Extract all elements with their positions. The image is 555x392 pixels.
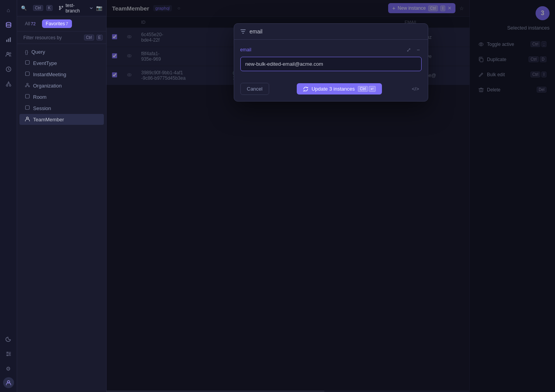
email-field-input[interactable] bbox=[240, 57, 422, 71]
update-kbd-enter: ↵ bbox=[369, 86, 376, 92]
code-button[interactable]: </> bbox=[410, 84, 422, 94]
teammember-icon bbox=[25, 116, 30, 122]
svg-point-27 bbox=[26, 117, 28, 119]
tab-favorites[interactable]: Favorites7 bbox=[42, 19, 72, 28]
nav-item-label: Query bbox=[32, 49, 45, 55]
update-button[interactable]: Update 3 instances Ctrl ↵ bbox=[297, 83, 382, 94]
nav-item-teammember[interactable]: TeamMember bbox=[19, 114, 104, 125]
home-icon[interactable]: ⌂ bbox=[2, 4, 15, 16]
svg-point-16 bbox=[60, 6, 61, 7]
sidebar-icon-panel: ⌂ bbox=[0, 0, 17, 392]
people-icon[interactable] bbox=[2, 48, 15, 61]
update-label: Update 3 instances bbox=[312, 86, 355, 92]
modal-search-input[interactable] bbox=[250, 28, 422, 35]
nav-item-label: Room bbox=[33, 94, 47, 100]
svg-point-5 bbox=[9, 52, 11, 54]
nav-item-eventtype[interactable]: EventType bbox=[19, 58, 104, 68]
nav-item-instantmeeting[interactable]: InstantMeeting bbox=[19, 69, 104, 80]
nav-item-organization[interactable]: Organization bbox=[19, 80, 104, 91]
instantmeeting-icon bbox=[25, 71, 30, 77]
nav-tabs: All72 Favorites7 bbox=[17, 16, 106, 32]
main-content: TeamMember graphql ○ + New instance Ctrl… bbox=[107, 0, 555, 392]
svg-point-24 bbox=[28, 86, 30, 87]
branch-selector[interactable]: test-branch bbox=[59, 3, 93, 14]
query-icon: {} bbox=[25, 49, 28, 55]
modal-body: email ⤢ − bbox=[234, 40, 428, 83]
svg-point-23 bbox=[25, 86, 26, 87]
update-kbd-combo: Ctrl ↵ bbox=[358, 86, 376, 92]
svg-rect-2 bbox=[8, 38, 9, 42]
nav-item-label: InstantMeeting bbox=[33, 72, 66, 77]
svg-rect-21 bbox=[26, 72, 30, 76]
filter-kbd-key: E bbox=[96, 35, 103, 40]
nav-items: {} Query EventType InstantMeeting bbox=[17, 44, 106, 392]
svg-point-18 bbox=[60, 9, 61, 10]
eventtype-icon bbox=[25, 60, 30, 66]
nav-item-label: TeamMember bbox=[33, 117, 64, 122]
activity-icon[interactable] bbox=[2, 63, 15, 75]
cancel-button[interactable]: Cancel bbox=[240, 83, 269, 95]
organization-icon bbox=[25, 82, 30, 89]
night-mode-icon[interactable] bbox=[2, 333, 15, 345]
search-kbd-ctrl: Ctrl bbox=[33, 5, 43, 11]
svg-point-0 bbox=[6, 23, 11, 24]
nav-item-label: Organization bbox=[33, 83, 62, 89]
svg-point-4 bbox=[7, 52, 9, 54]
field-actions: ⤢ − bbox=[405, 46, 421, 54]
chevron-down-icon bbox=[89, 6, 93, 10]
session-icon bbox=[25, 105, 30, 111]
modal-search-bar bbox=[234, 24, 428, 40]
git-branch-icon bbox=[59, 5, 63, 10]
search-icon-topbar: 🔍 bbox=[21, 5, 27, 11]
nav-item-label: EventType bbox=[33, 60, 57, 66]
filter-bar: Ctrl E bbox=[17, 32, 106, 44]
field-label-text: email bbox=[240, 47, 252, 52]
svg-point-17 bbox=[62, 6, 63, 7]
field-label: email ⤢ − bbox=[240, 46, 422, 54]
svg-point-22 bbox=[27, 83, 28, 85]
settings-icon[interactable]: ⚙ bbox=[2, 362, 15, 375]
svg-point-8 bbox=[9, 85, 11, 86]
modal-footer: Cancel Update 3 instances Ctrl ↵ </> bbox=[234, 83, 428, 101]
chart-icon[interactable] bbox=[2, 33, 15, 46]
filter-kbd-ctrl: Ctrl bbox=[84, 35, 94, 40]
svg-rect-25 bbox=[26, 94, 30, 98]
camera-icon[interactable]: 📷 bbox=[96, 5, 102, 11]
svg-point-7 bbox=[6, 85, 8, 86]
database-icon[interactable] bbox=[2, 19, 15, 31]
svg-rect-1 bbox=[6, 40, 7, 42]
modal-overlay[interactable]: email ⤢ − Cancel Update 3 bbox=[107, 0, 555, 392]
modal-filter-icon bbox=[240, 29, 246, 34]
bulk-edit-modal: email ⤢ − Cancel Update 3 bbox=[234, 23, 428, 102]
svg-rect-3 bbox=[10, 37, 11, 42]
tab-all[interactable]: All72 bbox=[21, 19, 40, 28]
update-icon bbox=[303, 86, 308, 92]
nav-item-room[interactable]: Room bbox=[19, 91, 104, 102]
deploy-icon[interactable] bbox=[2, 78, 15, 90]
user-avatar[interactable] bbox=[3, 377, 14, 388]
svg-rect-20 bbox=[26, 61, 30, 65]
branch-name: test-branch bbox=[65, 3, 87, 14]
room-icon bbox=[25, 94, 30, 100]
filter-input[interactable] bbox=[23, 35, 82, 40]
expand-button[interactable]: ⤢ bbox=[405, 46, 413, 54]
search-kbd-k: K bbox=[46, 5, 53, 11]
nav-item-query[interactable]: {} Query bbox=[19, 47, 104, 57]
filter-icon[interactable] bbox=[2, 348, 15, 360]
nav-panel: 🔍 @livestorm/api-gateways-graphql Ctrl K… bbox=[17, 0, 107, 392]
svg-rect-26 bbox=[26, 106, 30, 110]
nav-item-label: Session bbox=[33, 105, 51, 111]
minus-button[interactable]: − bbox=[415, 46, 421, 54]
nav-item-session[interactable]: Session bbox=[19, 103, 104, 114]
update-kbd-ctrl: Ctrl bbox=[358, 86, 368, 92]
